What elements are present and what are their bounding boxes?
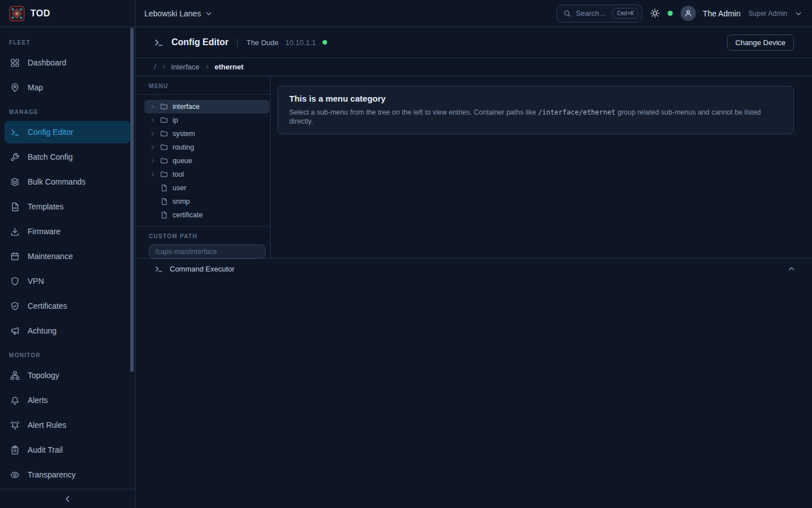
sidebar-section-label: Fleet: [9, 40, 130, 46]
command-executor-label: Command Executor: [170, 265, 235, 273]
chevron-up-icon[interactable]: [788, 265, 795, 273]
tree-item-label: routing: [173, 143, 194, 151]
theme-toggle-sun-icon[interactable]: [650, 8, 660, 18]
sidebar-item-alert-rules[interactable]: Alert Rules: [5, 414, 130, 436]
folder-icon: [160, 116, 168, 124]
sidebar-item-maintenance[interactable]: Maintenance: [5, 245, 130, 268]
tree-item-snmp[interactable]: snmp: [144, 195, 270, 208]
sidebar-item-label: Bulk Commands: [28, 177, 86, 186]
tree-item-label: queue: [173, 157, 192, 165]
breadcrumb-item-interface[interactable]: interface: [171, 63, 200, 71]
sidebar-item-label: Firmware: [28, 227, 60, 236]
file-icon: [160, 198, 168, 205]
download-icon: [10, 227, 20, 237]
chevron-right-icon[interactable]: [150, 104, 156, 110]
tree-item-certificate[interactable]: certificate: [144, 208, 270, 222]
terminal-icon: [10, 128, 20, 137]
menu-tree: interfaceipsystemroutingqueuetoolusersnm…: [135, 95, 270, 226]
tree-item-user[interactable]: user: [144, 181, 270, 195]
tree-item-label: system: [173, 130, 195, 138]
card-body-prefix: Select a sub-menu from the tree on the l…: [289, 108, 538, 116]
sidebar-item-transparency[interactable]: Transparency: [5, 463, 130, 486]
sidebar-item-audit-trail[interactable]: Audit Trail: [5, 439, 130, 461]
file-icon: [160, 211, 168, 219]
content-split: Menu interfaceipsystemroutingqueuetoolus…: [135, 76, 812, 258]
megaphone-icon: [10, 326, 20, 336]
brand-name: TOD: [30, 8, 50, 19]
breadcrumb-root[interactable]: /: [154, 63, 156, 71]
tree-item-routing[interactable]: routing: [144, 141, 270, 154]
chevron-right-icon: [161, 64, 166, 69]
sidebar-scrollbar-thumb[interactable]: [130, 28, 134, 372]
sidebar-item-alerts[interactable]: Alerts: [5, 389, 130, 411]
sidebar-item-label: VPN: [28, 277, 44, 286]
sidebar-item-topology[interactable]: Topology: [5, 364, 130, 387]
bell-icon: [10, 396, 20, 405]
sidebar-collapse-button[interactable]: [58, 493, 77, 505]
card-body: Select a sub-menu from the tree on the l…: [289, 108, 782, 126]
sidebar-item-achtung[interactable]: Achtung: [5, 319, 130, 342]
main-area: Lebowski Lanes Cmd+K: [135, 0, 812, 508]
terminal-icon: [155, 265, 163, 273]
card-body-code-path: /interface/ethernet: [538, 108, 615, 116]
sidebar-item-config-editor[interactable]: Config Editor: [5, 121, 130, 143]
topbar-right: Cmd+K The Admin Super Admin: [557, 5, 802, 23]
search-input[interactable]: [576, 9, 608, 17]
command-executor-bar[interactable]: Command Executor: [135, 258, 812, 279]
menu-panel-heading: Menu: [135, 76, 270, 95]
chevron-right-icon: [205, 64, 210, 69]
sidebar-item-label: Batch Config: [28, 152, 73, 161]
eye-icon: [10, 470, 20, 480]
sidebar: TOD FleetDashboardMapManageConfig Editor…: [0, 0, 135, 508]
search-icon: [563, 10, 571, 17]
detail-panel: This is a menu category Select a sub-men…: [271, 76, 812, 258]
chevron-right-icon[interactable]: [150, 158, 156, 164]
brand-logo: [9, 6, 25, 21]
sidebar-item-batch-config[interactable]: Batch Config: [5, 146, 130, 168]
sidebar-item-label: Transparency: [28, 470, 76, 479]
chevron-right-icon[interactable]: [150, 144, 156, 150]
user-name: The Admin: [703, 9, 740, 18]
chevron-right-icon[interactable]: [150, 131, 156, 137]
sidebar-section-label: Manage: [9, 109, 130, 115]
tree-item-system[interactable]: system: [144, 127, 270, 141]
device-name: The Dude: [246, 38, 279, 47]
sidebar-item-label: Templates: [28, 202, 64, 211]
sidebar-item-certificates[interactable]: Certificates: [5, 295, 130, 317]
sidebar-item-templates[interactable]: Templates: [5, 195, 130, 218]
topbar: Lebowski Lanes Cmd+K: [135, 0, 812, 27]
bell-ring-icon: [10, 421, 20, 430]
sidebar-item-bulk-commands[interactable]: Bulk Commands: [5, 170, 130, 193]
user-menu-chevron-down-icon[interactable]: [795, 10, 802, 17]
tree-item-label: snmp: [173, 198, 190, 205]
sitemap-icon: [10, 371, 20, 380]
sidebar-item-vpn[interactable]: VPN: [5, 270, 130, 292]
calendar-icon: [10, 252, 20, 261]
tree-item-tool[interactable]: tool: [144, 168, 270, 181]
sidebar-item-dashboard[interactable]: Dashboard: [5, 51, 130, 74]
chevron-right-icon[interactable]: [150, 117, 156, 123]
chevron-right-icon[interactable]: [150, 172, 156, 177]
tree-item-queue[interactable]: queue: [144, 154, 270, 168]
sidebar-item-map[interactable]: Map: [5, 76, 130, 99]
custom-path-section: Custom Path: [135, 226, 270, 259]
page-title: Config Editor: [171, 37, 228, 47]
org-switcher[interactable]: Lebowski Lanes: [144, 9, 212, 18]
chevron-down-icon: [205, 10, 212, 17]
sidebar-nav: FleetDashboardMapManageConfig EditorBatc…: [0, 27, 135, 489]
change-device-button[interactable]: Change Device: [727, 34, 794, 51]
avatar[interactable]: [681, 6, 696, 21]
sidebar-item-label: Achtung: [28, 326, 56, 335]
tree-item-ip[interactable]: ip: [144, 113, 270, 127]
wrench-icon: [10, 152, 20, 162]
tree-item-interface[interactable]: interface: [144, 100, 270, 113]
sidebar-item-firmware[interactable]: Firmware: [5, 220, 130, 243]
dashboard-icon: [10, 58, 20, 68]
global-search[interactable]: Cmd+K: [557, 5, 642, 23]
sidebar-item-label: Dashboard: [28, 58, 67, 67]
folder-icon: [160, 170, 168, 178]
tree-item-label: tool: [173, 170, 184, 178]
sidebar-item-label: Topology: [28, 371, 59, 380]
folder-icon: [160, 130, 168, 138]
custom-path-input[interactable]: [149, 244, 266, 259]
